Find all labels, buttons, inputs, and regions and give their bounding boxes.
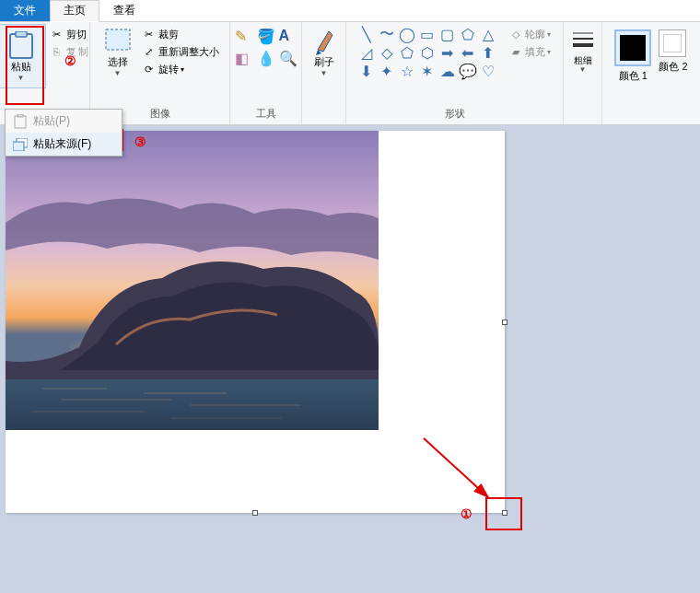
group-label-shapes: 形状 <box>445 107 465 122</box>
brushes-button[interactable]: 刷子 ▼ <box>304 24 344 79</box>
brush-icon <box>309 26 339 55</box>
tab-view[interactable]: 查看 <box>99 0 149 21</box>
annotation-arrow <box>414 431 516 532</box>
group-brushes: 刷子 ▼ <box>302 22 346 124</box>
paste-icon <box>6 30 36 60</box>
group-label-tools: 工具 <box>256 107 276 122</box>
copy-icon: ⎘ <box>50 44 64 59</box>
shape-larrow[interactable]: ⬅ <box>459 44 477 61</box>
menu-paste[interactable]: 粘贴(P) <box>6 110 122 133</box>
fill-icon: ▰ <box>508 44 523 59</box>
resize-handle-right[interactable] <box>502 320 508 325</box>
color1-button[interactable]: 颜色 1 <box>614 29 651 81</box>
shape-rarrow[interactable]: ➡ <box>438 44 457 61</box>
svg-rect-7 <box>18 114 23 117</box>
paste-label: 粘贴 <box>11 60 31 74</box>
shape-curve[interactable]: 〜 <box>378 26 396 42</box>
shape-callout[interactable]: ☁ <box>438 63 457 79</box>
shape-pentagon[interactable]: ⬠ <box>398 44 416 61</box>
pasted-image[interactable] <box>6 131 379 430</box>
group-shapes: ╲ 〜 ◯ ▭ ▢ ⬠ △ ◿ ◇ ⬠ ⬡ ➡ ⬅ ⬆ ⬇ ✦ ☆ ✶ ☁ 💬 <box>346 22 564 124</box>
pencil-tool[interactable]: ✎ <box>235 28 253 46</box>
outline-icon: ◇ <box>508 27 523 41</box>
svg-rect-0 <box>10 34 32 58</box>
shape-fill-button[interactable]: ▰ 填充 ▾ <box>507 43 553 60</box>
crop-button[interactable]: ✂ 裁剪 <box>140 26 221 42</box>
tab-bar: 文件 主页 查看 <box>0 0 700 22</box>
picker-tool[interactable]: 💧 <box>257 50 275 68</box>
fill-tool[interactable]: 🪣 <box>257 28 275 46</box>
cut-button[interactable]: ✂ 剪切 <box>48 26 92 42</box>
paste-from-icon <box>13 137 28 152</box>
stroke-icon <box>568 26 598 55</box>
menu-paste-from[interactable]: 粘贴来源(F) <box>6 133 122 156</box>
tab-home[interactable]: 主页 <box>50 0 99 22</box>
svg-rect-2 <box>106 29 130 50</box>
paste-button[interactable]: 粘贴 ▼ <box>0 24 46 88</box>
chevron-down-icon: ▼ <box>321 69 328 77</box>
chevron-down-icon: ▼ <box>114 69 122 77</box>
scissors-icon: ✂ <box>50 27 64 41</box>
resize-button[interactable]: ⤢ 重新调整大小 <box>140 43 221 60</box>
annotation-2: ② <box>64 53 76 68</box>
select-button[interactable]: 选择 ▼ <box>98 24 138 79</box>
shape-rect[interactable]: ▭ <box>418 26 437 42</box>
crop-icon: ✂ <box>142 27 157 41</box>
shape-uarrow[interactable]: ⬆ <box>479 44 497 61</box>
shape-triangle[interactable]: △ <box>479 26 497 42</box>
svg-rect-1 <box>16 31 27 37</box>
canvas-area <box>0 125 700 593</box>
shape-darrow[interactable]: ⬇ <box>357 63 376 79</box>
shape-polygon[interactable]: ⬠ <box>459 26 477 42</box>
eraser-tool[interactable]: ◧ <box>235 50 253 68</box>
shape-callout2[interactable]: 💬 <box>459 63 477 79</box>
rotate-button[interactable]: ⟳ 旋转 ▾ <box>140 61 221 77</box>
select-icon <box>103 26 133 55</box>
magnifier-tool[interactable]: 🔍 <box>279 50 298 68</box>
resize-icon: ⤢ <box>142 44 157 59</box>
shape-heart[interactable]: ♡ <box>479 63 497 79</box>
shape-diamond[interactable]: ◇ <box>378 44 396 61</box>
paste-dropdown: 粘贴(P) 粘贴来源(F) <box>5 109 122 157</box>
tab-file[interactable]: 文件 <box>0 0 50 21</box>
svg-line-19 <box>424 438 488 497</box>
svg-rect-6 <box>15 116 26 128</box>
group-tools: ✎ 🪣 A ◧ 💧 🔍 工具 <box>230 22 302 124</box>
svg-rect-9 <box>13 142 24 151</box>
chevron-down-icon: ▾ <box>181 65 184 74</box>
group-colors: 颜色 1 颜色 2 <box>602 22 700 124</box>
shape-5star[interactable]: ☆ <box>398 63 416 79</box>
shape-line[interactable]: ╲ <box>357 26 376 42</box>
color2-button[interactable]: 颜色 2 <box>659 29 687 72</box>
stroke-button[interactable]: 粗细 ▼ <box>563 24 603 76</box>
text-tool[interactable]: A <box>279 28 298 46</box>
shape-oval[interactable]: ◯ <box>398 26 416 42</box>
shape-6star[interactable]: ✶ <box>418 63 437 79</box>
chevron-down-icon: ▾ <box>547 30 551 39</box>
shapes-gallery[interactable]: ╲ 〜 ◯ ▭ ▢ ⬠ △ ◿ ◇ ⬠ ⬡ ➡ ⬅ ⬆ ⬇ ✦ ☆ ✶ ☁ 💬 <box>356 24 499 81</box>
shape-roundrect[interactable]: ▢ <box>438 26 457 42</box>
group-stroke: 粗细 ▼ <box>564 22 602 124</box>
paste-icon <box>13 114 28 129</box>
shape-rtriangle[interactable]: ◿ <box>357 44 376 61</box>
shape-outline-button[interactable]: ◇ 轮廓 ▾ <box>507 26 553 42</box>
chevron-down-icon: ▾ <box>547 48 551 56</box>
annotation-3: ③ <box>134 134 146 149</box>
group-label-image: 图像 <box>150 107 170 122</box>
shape-hexagon[interactable]: ⬡ <box>418 44 437 61</box>
resize-handle-bottom[interactable] <box>252 510 258 516</box>
chevron-down-icon: ▼ <box>18 74 25 82</box>
rotate-icon: ⟳ <box>142 62 157 76</box>
shape-4star[interactable]: ✦ <box>378 63 396 79</box>
chevron-down-icon: ▼ <box>579 65 587 74</box>
